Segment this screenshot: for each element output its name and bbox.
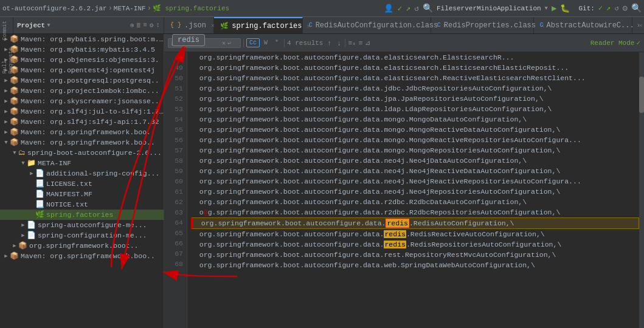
sidebar-icon-1[interactable]: ⊕ (130, 21, 134, 29)
tree-arrow: ▶ (28, 170, 35, 177)
reader-mode[interactable]: Reader Mode ✓ (590, 39, 640, 47)
tree-label: Maven: org.springframework.boo.. (21, 128, 155, 136)
tab-redis-props[interactable]: C RedisProperties.class ✕ (431, 17, 534, 33)
tab-abstract-auto[interactable]: C AbstractAutowireC... ✕ (534, 17, 633, 33)
toolbar-btn-arrow-up[interactable]: ↗ (406, 4, 410, 13)
line-numbers: 48 49 50 51 52 53 54 55 56 57 58 59 60 6… (164, 52, 187, 328)
tree-item-mybatis-spring[interactable]: ▶ 📦 Maven: org.mybatis.spring.boot:m... (0, 34, 164, 44)
git-arrow[interactable]: ↗ (606, 4, 611, 13)
tree-arrow: ▶ (11, 242, 18, 249)
funnel-icon[interactable]: ⊿ (365, 39, 370, 47)
tree-item-slf4j[interactable]: ▶ 📦 Maven: org.slf4j:slf4j-api:1.7.32 (0, 117, 164, 127)
tree-item-meta-inf[interactable]: ▼ 📁 META-INF (0, 158, 164, 168)
git-check[interactable]: ✓ (598, 4, 603, 13)
sidebar-icon-2[interactable]: ≣ (137, 21, 141, 29)
tree-label: additional-spring-config... (46, 169, 159, 177)
code-line-53: org.springframework.boot.autoconfigure.d… (191, 104, 639, 114)
tree-item-opentest4j[interactable]: ▶ 📦 Maven: org.opentest4j:opentest4j (0, 65, 164, 75)
tree-item-skyscreamer[interactable]: ▶ 📦 Maven: org.skyscreamer:jsonasse.. (0, 96, 164, 106)
tab-overflow[interactable]: › (632, 22, 644, 29)
dropdown-arrow[interactable]: ▼ (545, 5, 548, 12)
notice-icon: 📃 (35, 200, 44, 209)
redis-highlight-active: redis (386, 219, 409, 228)
settings-icon[interactable]: ⚙ (623, 3, 628, 13)
maven-icon: 📦 (10, 86, 19, 95)
tab-spring-factories[interactable]: 🌿 spring.factories ✕ (214, 17, 302, 33)
toolbar-git: Git: (578, 5, 594, 12)
toolbar-btn-refresh[interactable]: ↺ (414, 4, 419, 13)
regex-btn[interactable]: * (272, 38, 282, 47)
tree-label: spring-configuration-me... (38, 231, 147, 239)
maven-icon: 📦 (10, 97, 19, 106)
maven-icon3: 📦 (10, 251, 19, 261)
maven-icon: 📦 (10, 138, 19, 147)
tab-json[interactable]: { } .json ✕ (164, 17, 214, 33)
sidebar-icon-3[interactable]: ≡ (143, 21, 147, 29)
tree-item-springframework1[interactable]: ▶ 📦 Maven: org.springframework.boo.. (0, 127, 164, 137)
tree-item-jul-slf4j[interactable]: ▶ 📦 Maven: org.slf4j:jul-to-slf4j:1.7.32 (0, 106, 164, 117)
search-popup-label: redis (178, 36, 199, 44)
code-line-51: org.springframework.boot.autoconfigure.d… (191, 83, 639, 94)
search-next[interactable]: ↓ (335, 38, 342, 48)
tab-redis-auto[interactable]: C RedisAutoConfiguration.class ✕ (303, 17, 431, 33)
side-tab-commit[interactable]: Commit (0, 17, 13, 44)
editor-area: ✕ ↩ Cc W * 4 results ↑ ↓ ≡ₓ ≡ ⊿ Reader (164, 34, 644, 328)
tree-item-spring-configuration[interactable]: ▶ 📄 spring-configuration-me... (0, 230, 164, 241)
tab-spring-label: spring.factories (232, 22, 302, 30)
search-prev[interactable]: ↑ (325, 38, 333, 48)
app-label: FileserverMinioApplication (437, 5, 541, 12)
spring-factories-label: spring.factories (46, 211, 113, 219)
tree-item-spring-autoconfigure[interactable]: ▶ 📄 spring-autoconfigure-me... (0, 220, 164, 230)
tree-item-notice[interactable]: 📃 NOTICE.txt (0, 199, 164, 210)
tree-item-lombok[interactable]: ▶ 📦 Maven: org.projectlombok:lombc... (0, 86, 164, 96)
tree-item-objenesis[interactable]: ▶ 📦 Maven: org.objenesis:objenesis:3. (0, 55, 164, 65)
tree-arrow: ▶ (19, 232, 27, 239)
run-btn[interactable]: ▶ (552, 3, 556, 13)
more-icon[interactable]: ≡ (359, 39, 363, 47)
file-icon2: 📄 (27, 220, 36, 230)
code-line-55: org.springframework.boot.autoconfigure.d… (191, 125, 639, 135)
tree-item-spring-factories[interactable]: 🌿 spring.factories (0, 210, 164, 220)
jar-breadcrumb: ot-autoconfigure-2.6.2.jar (2, 5, 107, 12)
debug-btn[interactable]: 🐛 (560, 4, 570, 13)
case-btn[interactable]: Cc (246, 38, 260, 47)
manifest-icon: 📄 (35, 190, 44, 199)
tree-item-springframework4[interactable]: ▶ 📦 Maven: org.springframework.boo.. (0, 251, 164, 261)
tree-item-license[interactable]: 📃 LICENSE.txt (0, 179, 164, 189)
filter-icon[interactable]: ≡ₓ (348, 39, 356, 47)
tree-label: Maven: org.skyscreamer:jsonasse.. (21, 97, 159, 105)
search-close-btn[interactable]: ✕ (222, 39, 226, 47)
tree-arrow: ▶ (2, 118, 10, 125)
tab-redis-props-icon: C (437, 22, 441, 29)
tree-arrow: ▼ (19, 160, 27, 166)
tree-item-manifest[interactable]: 📄 MANIFEST.MF (0, 189, 164, 199)
toolbar-btn-check[interactable]: ✓ (397, 4, 402, 13)
tab-abstract-label: AbstractAutowireC... (547, 21, 634, 30)
tree-label: spring-boot-autoconfigure-2.6... (27, 149, 162, 157)
search-bar: ✕ ↩ Cc W * 4 results ↑ ↓ ≡ₓ ≡ ⊿ Reader (164, 34, 644, 52)
scrollbar-thumb[interactable] (639, 77, 644, 113)
tree-arrow (28, 212, 35, 218)
toolbar-btn-search[interactable]: 🔍 (423, 3, 433, 13)
tree-item-springframework3[interactable]: ▶ 📦 org.springframework.boot.. (0, 241, 164, 251)
project-dropdown[interactable]: Project (17, 22, 45, 29)
git-refresh[interactable]: ↺ (614, 4, 618, 13)
search-icon[interactable]: 🔍 (631, 3, 642, 13)
word-btn[interactable]: W (261, 38, 271, 47)
project-arrow[interactable]: ▼ (47, 22, 50, 29)
sidebar-icon-4[interactable]: ⚙ (150, 21, 154, 29)
main-layout: ▶ 📦 Maven: org.mybatis.spring.boot:m... … (0, 34, 644, 328)
tree-arrow: ▼ (2, 140, 10, 146)
tree-item-postgresql[interactable]: ▶ 📦 Maven: org.postgresql:postgresq.. (0, 75, 164, 86)
reader-check: ✓ (636, 39, 640, 47)
search-back-btn[interactable]: ↩ (227, 39, 231, 47)
tree-item-spring-boot-jar[interactable]: ▼ 🗂 spring-boot-autoconfigure-2.6... (0, 148, 164, 158)
sidebar-icon-5[interactable]: ↕ (156, 21, 160, 29)
tree-item-additional[interactable]: ▶ 📄 additional-spring-config... (0, 168, 164, 179)
code-line-62: org.springframework.boot.autoconfigure.d… (191, 197, 639, 207)
code-editor[interactable]: 48 49 50 51 52 53 54 55 56 57 58 59 60 6… (164, 52, 644, 328)
scrollbar-track[interactable] (639, 52, 644, 328)
tree-item-mybatis[interactable]: ▶ 📦 Maven: org.mybatis:mybatis:3.4.5 (0, 44, 164, 55)
tree-item-springframework2[interactable]: ▼ 📦 Maven: org.springframework.boo.. (0, 137, 164, 148)
side-tab-pull-requests[interactable]: Pull Requests (0, 44, 13, 77)
